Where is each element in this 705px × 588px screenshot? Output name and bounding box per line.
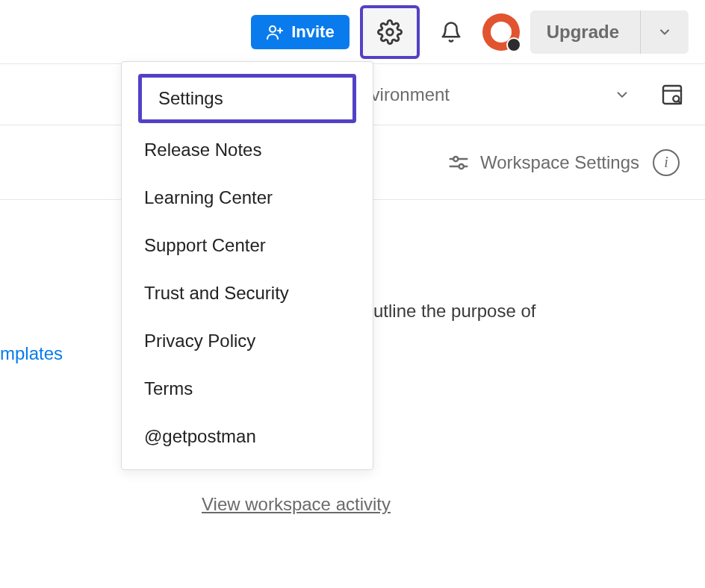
dropdown-item-learning-center[interactable]: Learning Center <box>122 174 373 222</box>
settings-gear-button[interactable] <box>360 5 420 59</box>
settings-dropdown: Settings Release Notes Learning Center S… <box>121 61 373 470</box>
svg-point-9 <box>453 156 458 160</box>
dropdown-item-settings[interactable]: Settings <box>138 74 356 123</box>
dropdown-item-release-notes[interactable]: Release Notes <box>122 126 373 174</box>
invite-label: Invite <box>291 22 334 42</box>
dropdown-item-trust-security[interactable]: Trust and Security <box>122 269 373 317</box>
avatar-badge <box>506 37 521 52</box>
chevron-down-icon[interactable] <box>640 10 672 54</box>
templates-link[interactable]: mplates <box>0 343 63 364</box>
dropdown-item-terms[interactable]: Terms <box>122 365 373 413</box>
info-icon[interactable]: i <box>653 149 680 176</box>
dropdown-item-support-center[interactable]: Support Center <box>122 222 373 269</box>
invite-button[interactable]: Invite <box>251 15 349 49</box>
upgrade-button[interactable]: Upgrade <box>530 10 689 54</box>
workspace-settings-label: Workspace Settings <box>480 152 639 173</box>
environment-quick-look-icon[interactable] <box>660 83 684 107</box>
purpose-text: utline the purpose of <box>373 301 536 322</box>
svg-point-0 <box>270 26 276 32</box>
chevron-down-icon[interactable] <box>614 87 630 103</box>
top-bar: Invite Upgrade <box>0 0 705 64</box>
bell-icon <box>440 21 462 43</box>
avatar[interactable] <box>482 13 520 51</box>
invite-user-icon <box>266 23 284 41</box>
dropdown-item-getpostman[interactable]: @getpostman <box>122 413 373 460</box>
dropdown-item-privacy-policy[interactable]: Privacy Policy <box>122 317 373 365</box>
notifications-button[interactable] <box>430 11 472 53</box>
gear-icon <box>377 19 403 45</box>
view-activity-link[interactable]: View workspace activity <box>202 494 391 515</box>
svg-point-11 <box>459 163 464 168</box>
svg-point-3 <box>386 28 393 35</box>
sliders-icon <box>447 151 470 174</box>
workspace-settings-link[interactable]: Workspace Settings <box>447 151 639 174</box>
upgrade-label: Upgrade <box>547 22 619 43</box>
